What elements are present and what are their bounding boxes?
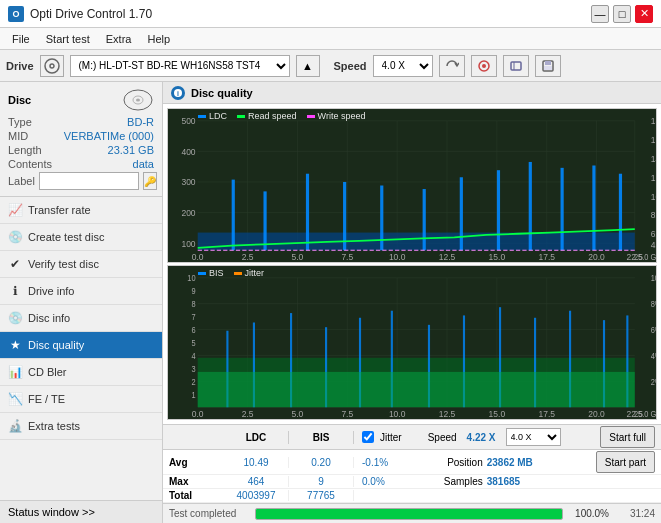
window-controls: — □ ✕ xyxy=(591,5,653,23)
drive-select[interactable]: (M:) HL-DT-ST BD-RE WH16NS58 TST4 xyxy=(70,55,290,77)
drive-label: Drive xyxy=(6,60,34,72)
svg-rect-59 xyxy=(423,189,426,250)
drive-info-label: Drive info xyxy=(28,285,74,297)
svg-text:4: 4 xyxy=(191,352,196,361)
svg-rect-53 xyxy=(198,233,635,251)
drive-icon-btn[interactable] xyxy=(40,55,64,77)
svg-rect-61 xyxy=(497,170,500,250)
svg-text:12.5: 12.5 xyxy=(439,408,456,419)
svg-text:9: 9 xyxy=(191,287,195,296)
save-button[interactable] xyxy=(535,55,561,77)
svg-text:12X: 12X xyxy=(651,172,656,183)
label-icon-btn[interactable]: 🔑 xyxy=(143,172,157,190)
svg-text:14X: 14X xyxy=(651,154,656,165)
close-button[interactable]: ✕ xyxy=(635,5,653,23)
minimize-button[interactable]: — xyxy=(591,5,609,23)
ldc-chart-legend: LDC Read speed Write speed xyxy=(198,111,365,121)
ldc-legend-item: LDC xyxy=(198,111,227,121)
svg-rect-57 xyxy=(343,182,346,250)
svg-text:0.0: 0.0 xyxy=(192,251,204,262)
bis-legend-item: BIS xyxy=(198,268,224,278)
svg-text:400: 400 xyxy=(181,146,195,157)
samples-val: 381685 xyxy=(487,476,520,487)
start-full-button[interactable]: Start full xyxy=(600,426,655,448)
sidebar-item-disc-info[interactable]: 💿 Disc info xyxy=(0,305,162,332)
sidebar-item-verify-test-disc[interactable]: ✔ Verify test disc xyxy=(0,251,162,278)
sidebar-item-drive-info[interactable]: ℹ Drive info xyxy=(0,278,162,305)
svg-text:0.0: 0.0 xyxy=(192,408,204,419)
sidebar-item-fe-te[interactable]: 📉 FE / TE xyxy=(0,386,162,413)
stats-header-row: LDC BIS Jitter Speed 4.22 X 4.0 X Start … xyxy=(163,425,661,450)
sidebar-item-disc-quality[interactable]: ★ Disc quality xyxy=(0,332,162,359)
read-speed-legend-label: Read speed xyxy=(248,111,297,121)
refresh-button[interactable] xyxy=(439,55,465,77)
jitter-speed-area: Jitter Speed 4.22 X 4.0 X Start full xyxy=(354,426,655,448)
bis-max-val: 9 xyxy=(289,476,354,487)
samples-label: Samples xyxy=(444,476,483,487)
sidebar-item-extra-tests[interactable]: 🔬 Extra tests xyxy=(0,413,162,440)
disc-info-icon: 💿 xyxy=(8,311,22,325)
tools-button[interactable] xyxy=(503,55,529,77)
progress-time: 31:24 xyxy=(615,508,655,519)
disc-type-row: Type BD-R xyxy=(8,116,154,128)
status-window-label: Status window >> xyxy=(8,506,95,518)
menu-help[interactable]: Help xyxy=(139,31,178,47)
svg-point-11 xyxy=(136,99,140,102)
maximize-button[interactable]: □ xyxy=(613,5,631,23)
settings-button[interactable] xyxy=(471,55,497,77)
disc-icon xyxy=(44,58,60,74)
sidebar-item-cd-bler[interactable]: 📊 CD Bler xyxy=(0,359,162,386)
status-window-button[interactable]: Status window >> xyxy=(0,500,162,523)
speed-select[interactable]: 4.0 X xyxy=(373,55,433,77)
svg-text:2.5: 2.5 xyxy=(242,251,254,262)
svg-text:i: i xyxy=(177,90,179,97)
save-icon xyxy=(541,59,555,73)
disc-info-label: Disc info xyxy=(28,312,70,324)
menu-file[interactable]: File xyxy=(4,31,38,47)
jitter-legend-dot xyxy=(234,272,242,275)
bis-legend-dot xyxy=(198,272,206,275)
sidebar-item-create-test-disc[interactable]: 💿 Create test disc xyxy=(0,224,162,251)
svg-rect-64 xyxy=(592,165,595,250)
bis-chart-svg: 10 9 8 7 6 5 4 3 2 1 10% 8% 6% 4% 2% xyxy=(168,266,656,419)
total-label: Total xyxy=(169,490,224,501)
verify-test-disc-icon: ✔ xyxy=(8,257,22,271)
max-label: Max xyxy=(169,476,224,487)
create-test-disc-label: Create test disc xyxy=(28,231,104,243)
eject-button[interactable]: ▲ xyxy=(296,55,320,77)
svg-text:17.5: 17.5 xyxy=(538,408,555,419)
menu-extra[interactable]: Extra xyxy=(98,31,140,47)
disc-graphic xyxy=(122,88,154,112)
write-speed-dot xyxy=(307,115,315,118)
progress-percent: 100.0% xyxy=(569,508,609,519)
jitter-checkbox[interactable] xyxy=(362,431,374,443)
disc-title: Disc xyxy=(8,94,31,106)
ldc-chart-svg: 500 400 300 200 100 18X 16X 14X 12X 10X … xyxy=(168,109,656,262)
write-speed-legend-label: Write speed xyxy=(318,111,366,121)
progress-container: Test completed 100.0% 31:24 xyxy=(163,503,661,523)
menu-start-test[interactable]: Start test xyxy=(38,31,98,47)
title-bar: O Opti Drive Control 1.70 — □ ✕ xyxy=(0,0,661,28)
bis-legend-label: BIS xyxy=(209,268,224,278)
drive-info-icon: ℹ xyxy=(8,284,22,298)
svg-text:200: 200 xyxy=(181,208,195,219)
svg-text:10X: 10X xyxy=(651,191,656,202)
svg-text:18X: 18X xyxy=(651,116,656,127)
ldc-legend-label: LDC xyxy=(209,111,227,121)
label-label: Label xyxy=(8,175,35,187)
speed-select-dropdown[interactable]: 4.0 X xyxy=(506,428,561,446)
extra-tests-label: Extra tests xyxy=(28,420,80,432)
ldc-col-header: LDC xyxy=(224,431,289,444)
svg-text:2%: 2% xyxy=(651,378,656,387)
extra-tests-icon: 🔬 xyxy=(8,419,22,433)
stats-max-row: Max 464 9 0.0% Samples 381685 xyxy=(163,475,661,489)
label-input[interactable] xyxy=(39,172,139,190)
svg-text:16X: 16X xyxy=(651,135,656,146)
svg-rect-55 xyxy=(263,191,266,250)
verify-test-disc-label: Verify test disc xyxy=(28,258,99,270)
stats-total-row: Total 4003997 77765 xyxy=(163,489,661,503)
sidebar-item-transfer-rate[interactable]: 📈 Transfer rate xyxy=(0,197,162,224)
start-part-button[interactable]: Start part xyxy=(596,451,655,473)
ldc-max-val: 464 xyxy=(224,476,289,487)
svg-text:4X: 4X xyxy=(651,239,656,250)
